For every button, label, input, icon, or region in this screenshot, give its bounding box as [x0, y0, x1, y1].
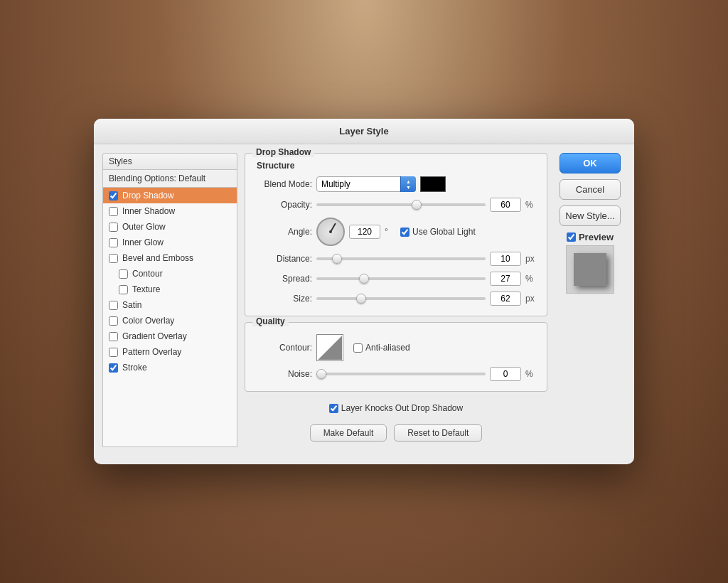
- size-row: Size: px: [255, 292, 537, 306]
- preview-box: [566, 245, 614, 294]
- layer-item-pattern-overlay[interactable]: Pattern Overlay: [103, 344, 237, 360]
- layer-checkbox-satin[interactable]: [109, 301, 118, 310]
- layer-label-gradient-overlay: Gradient Overlay: [122, 331, 187, 341]
- preview-checkbox[interactable]: [567, 232, 576, 242]
- angle-row: Angle: ° Use Global Light: [255, 218, 537, 246]
- layer-item-gradient-overlay[interactable]: Gradient Overlay: [103, 328, 237, 344]
- layer-item-contour[interactable]: Contour: [103, 266, 237, 282]
- blend-color-swatch[interactable]: [420, 176, 446, 192]
- size-input[interactable]: [490, 292, 521, 306]
- layer-checkbox-texture[interactable]: [119, 285, 128, 294]
- spread-input[interactable]: [490, 272, 521, 286]
- layer-checkbox-bevel-emboss[interactable]: [109, 254, 118, 263]
- distance-slider[interactable]: [316, 257, 486, 260]
- layer-item-bevel-emboss[interactable]: Bevel and Emboss: [103, 250, 237, 266]
- layer-checkbox-pattern-overlay[interactable]: [109, 348, 118, 357]
- use-global-light-checkbox[interactable]: [400, 228, 410, 237]
- layer-label-color-overlay: Color Overlay: [122, 316, 174, 326]
- layer-label-pattern-overlay: Pattern Overlay: [122, 347, 181, 357]
- blend-mode-select-wrapper[interactable]: Multiply Normal Screen Overlay ▲ ▼: [316, 176, 416, 192]
- layer-item-color-overlay[interactable]: Color Overlay: [103, 313, 237, 328]
- layer-checkbox-stroke[interactable]: [109, 363, 118, 373]
- layer-label-inner-glow: Inner Glow: [122, 237, 164, 247]
- anti-aliased-label[interactable]: Anti-aliased: [353, 343, 410, 353]
- blending-options-item[interactable]: Blending Options: Default: [102, 169, 237, 187]
- layer-list: Drop ShadowInner ShadowOuter GlowInner G…: [102, 187, 237, 447]
- layer-label-contour: Contour: [132, 269, 163, 279]
- angle-dial[interactable]: [316, 218, 345, 246]
- layer-item-drop-shadow[interactable]: Drop Shadow: [103, 188, 237, 203]
- spread-slider-wrap: [316, 277, 486, 280]
- noise-row: Noise: %: [255, 367, 537, 381]
- layer-item-outer-glow[interactable]: Outer Glow: [103, 219, 237, 235]
- dialog-body: Styles Blending Options: Default Drop Sh…: [94, 144, 634, 456]
- size-label: Size:: [255, 294, 312, 304]
- contour-row: Contour: Anti-aliased: [255, 334, 537, 361]
- main-panel: Drop Shadow Structure Blend Mode: Multip…: [245, 153, 547, 447]
- use-global-light-label[interactable]: Use Global Light: [400, 227, 476, 237]
- distance-label: Distance:: [255, 254, 312, 264]
- blend-mode-row: Blend Mode: Multiply Normal Screen Overl…: [255, 176, 537, 192]
- noise-unit: %: [525, 369, 537, 379]
- contour-svg-icon: [318, 336, 342, 360]
- blend-mode-select[interactable]: Multiply Normal Screen Overlay: [316, 176, 416, 192]
- layer-checkbox-inner-glow[interactable]: [109, 238, 118, 247]
- spread-row: Spread: %: [255, 272, 537, 286]
- layer-checkbox-color-overlay[interactable]: [109, 316, 118, 326]
- layer-label-drop-shadow: Drop Shadow: [122, 191, 174, 200]
- layer-label-satin: Satin: [122, 300, 141, 310]
- styles-header: Styles: [102, 153, 237, 169]
- left-panel: Styles Blending Options: Default Drop Sh…: [102, 153, 237, 447]
- make-default-button[interactable]: Make Default: [310, 424, 387, 442]
- noise-input[interactable]: [490, 367, 521, 381]
- preview-label[interactable]: Preview: [567, 232, 614, 242]
- cancel-button[interactable]: Cancel: [560, 179, 621, 200]
- layer-item-satin[interactable]: Satin: [103, 297, 237, 313]
- opacity-label: Opacity:: [255, 200, 312, 210]
- noise-slider[interactable]: [316, 373, 486, 375]
- layer-style-dialog: Layer Style Styles Blending Options: Def…: [94, 119, 634, 464]
- dialog-titlebar: Layer Style: [94, 119, 634, 144]
- opacity-row: Opacity: %: [255, 198, 537, 212]
- layer-item-inner-shadow[interactable]: Inner Shadow: [103, 203, 237, 219]
- contour-preview[interactable]: [316, 334, 343, 361]
- distance-row: Distance: px: [255, 252, 537, 266]
- preview-inner: [574, 253, 606, 286]
- spread-label: Spread:: [255, 274, 312, 284]
- spread-slider[interactable]: [316, 277, 486, 280]
- layer-item-texture[interactable]: Texture: [103, 282, 237, 297]
- right-panel: OK Cancel New Style... Preview: [555, 153, 626, 447]
- layer-checkbox-contour[interactable]: [119, 269, 128, 279]
- layer-label-outer-glow: Outer Glow: [122, 222, 166, 232]
- knocks-out-label[interactable]: Layer Knocks Out Drop Shadow: [329, 403, 463, 413]
- opacity-slider-wrap: [316, 203, 486, 206]
- layer-checkbox-outer-glow[interactable]: [109, 223, 118, 232]
- layer-checkbox-inner-shadow[interactable]: [109, 207, 118, 216]
- new-style-button[interactable]: New Style...: [560, 205, 621, 226]
- layer-item-inner-glow[interactable]: Inner Glow: [103, 235, 237, 250]
- opacity-unit: %: [525, 200, 537, 210]
- reset-to-default-button[interactable]: Reset to Default: [394, 424, 482, 442]
- layer-label-inner-shadow: Inner Shadow: [122, 206, 175, 216]
- knocks-out-row: Layer Knocks Out Drop Shadow: [245, 397, 547, 416]
- structure-sublabel: Structure: [255, 161, 537, 171]
- anti-aliased-checkbox[interactable]: [353, 343, 363, 353]
- opacity-slider[interactable]: [316, 203, 486, 206]
- opacity-input[interactable]: [490, 198, 521, 212]
- layer-item-stroke[interactable]: Stroke: [103, 360, 237, 375]
- dialog-footer: [94, 456, 634, 464]
- distance-input[interactable]: [490, 252, 521, 266]
- knocks-out-checkbox[interactable]: [329, 404, 338, 413]
- layer-checkbox-gradient-overlay[interactable]: [109, 332, 118, 341]
- preview-section: Preview: [560, 232, 621, 294]
- contour-label: Contour:: [255, 343, 312, 353]
- dialog-title: Layer Style: [339, 126, 388, 137]
- ok-button[interactable]: OK: [560, 153, 621, 173]
- distance-slider-wrap: [316, 257, 486, 260]
- bottom-buttons: Make Default Reset to Default: [245, 422, 547, 447]
- angle-degree-icon: °: [385, 227, 396, 237]
- layer-checkbox-drop-shadow[interactable]: [109, 191, 118, 200]
- size-unit: px: [525, 294, 537, 304]
- size-slider[interactable]: [316, 297, 486, 300]
- angle-input[interactable]: [349, 225, 380, 239]
